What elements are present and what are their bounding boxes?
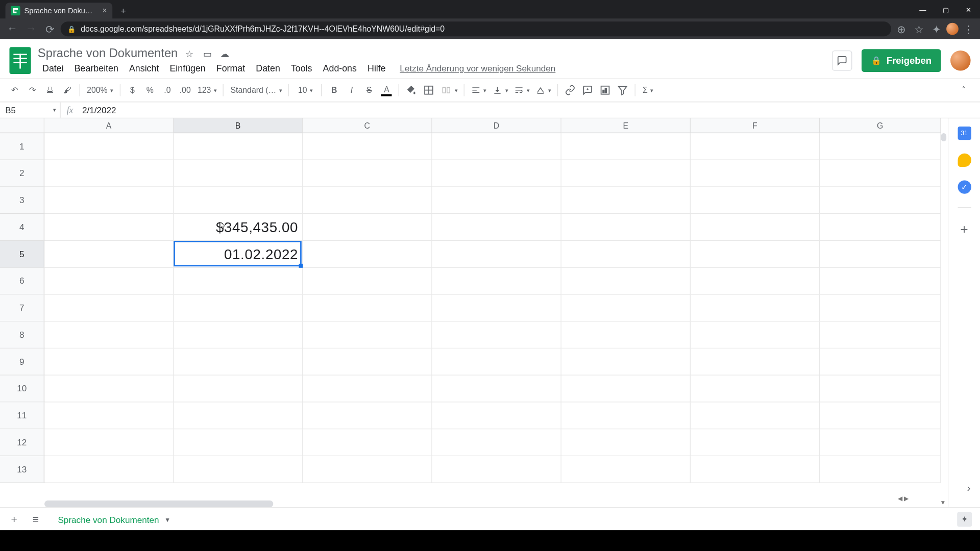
column-header-A[interactable]: A xyxy=(44,118,174,133)
borders-button[interactable] xyxy=(421,82,437,98)
italic-button[interactable]: I xyxy=(344,82,360,98)
keep-icon[interactable] xyxy=(958,154,971,167)
back-button[interactable]: ← xyxy=(4,21,20,37)
add-sheet-button[interactable]: + xyxy=(7,512,21,527)
row-header[interactable]: 7 xyxy=(0,295,44,322)
insert-chart-button[interactable] xyxy=(597,82,614,98)
menu-help[interactable]: Hilfe xyxy=(363,62,390,74)
new-tab-button[interactable]: + xyxy=(116,4,130,17)
name-box[interactable]: B5 xyxy=(0,102,61,117)
merge-cells-button[interactable] xyxy=(438,82,460,98)
window-close-button[interactable]: ✕ xyxy=(957,0,980,19)
column-header-D[interactable]: D xyxy=(432,118,561,133)
scroll-down-button[interactable]: ▼ xyxy=(938,498,947,507)
menu-addons[interactable]: Add-ons xyxy=(318,62,361,74)
add-addon-button[interactable]: + xyxy=(960,221,968,237)
row-header[interactable]: 4 xyxy=(0,214,44,241)
print-button[interactable]: 🖶 xyxy=(42,82,58,98)
increase-decimal-button[interactable]: .00 xyxy=(177,82,193,98)
browser-tab[interactable]: Sprache von Dokumenten - Goo… × xyxy=(6,3,113,19)
chrome-menu-icon[interactable]: ⋮ xyxy=(961,21,976,36)
last-edit-link[interactable]: Letzte Änderung vor wenigen Sekunden xyxy=(400,63,555,73)
column-header-B[interactable]: B xyxy=(174,118,303,133)
format-currency-button[interactable]: $ xyxy=(125,82,141,98)
row-header[interactable]: 1 xyxy=(0,133,44,160)
row-header[interactable]: 12 xyxy=(0,429,44,456)
column-header-C[interactable]: C xyxy=(303,118,432,133)
sheet-tab-menu-icon[interactable]: ▼ xyxy=(164,516,170,523)
decrease-decimal-button[interactable]: .0 xyxy=(159,82,176,98)
row-header[interactable]: 8 xyxy=(0,321,44,348)
star-icon[interactable]: ☆ xyxy=(184,48,195,59)
redo-button[interactable]: ↷ xyxy=(24,82,40,98)
sheet-tab[interactable]: Sprache von Dokumenten ▼ xyxy=(50,510,179,528)
forward-button[interactable]: → xyxy=(23,21,39,37)
bold-button[interactable]: B xyxy=(326,82,342,98)
share-button[interactable]: 🔒 Freigeben xyxy=(862,49,941,72)
row-header[interactable]: 10 xyxy=(0,375,44,403)
reload-button[interactable]: ⟳ xyxy=(42,21,58,37)
tasks-icon[interactable] xyxy=(958,180,971,193)
all-sheets-button[interactable]: ≡ xyxy=(28,512,43,527)
cell-B4[interactable]: $345,435.00 xyxy=(174,214,303,241)
comments-button[interactable] xyxy=(832,51,852,71)
horizontal-align-button[interactable] xyxy=(469,82,489,98)
explore-button[interactable]: ✦ xyxy=(957,512,972,527)
vertical-scrollbar[interactable] xyxy=(941,133,947,141)
paint-format-button[interactable]: 🖌 xyxy=(59,82,76,98)
text-wrap-button[interactable] xyxy=(512,82,532,98)
formula-input[interactable]: 2/1/2022 xyxy=(80,105,980,115)
number-format-dropdown[interactable]: 123 xyxy=(195,82,219,98)
font-size-dropdown[interactable]: 10 xyxy=(293,82,317,98)
menu-tools[interactable]: Tools xyxy=(286,62,317,74)
zoom-indicator-icon[interactable]: ⊕ xyxy=(894,21,909,36)
row-header[interactable]: 11 xyxy=(0,403,44,430)
spreadsheet-grid[interactable]: A B C D E F G 1 2 3 4$345,435.00 501.02.… xyxy=(0,118,948,507)
column-header-E[interactable]: E xyxy=(561,118,691,133)
share-page-icon[interactable]: ☆ xyxy=(912,21,926,36)
functions-button[interactable]: Σ xyxy=(640,82,656,98)
cloud-status-icon[interactable]: ☁ xyxy=(219,48,230,59)
filter-button[interactable] xyxy=(615,82,631,98)
move-icon[interactable]: ▭ xyxy=(202,48,213,59)
column-header-G[interactable]: G xyxy=(820,118,941,133)
address-bar[interactable]: 🔒 docs.google.com/spreadsheets/d/1jGRuXX… xyxy=(61,21,891,36)
window-maximize-button[interactable]: ▢ xyxy=(934,0,957,19)
select-all-corner[interactable] xyxy=(0,118,44,133)
window-minimize-button[interactable]: — xyxy=(912,0,935,19)
menu-edit[interactable]: Bearbeiten xyxy=(70,62,124,74)
insert-link-button[interactable] xyxy=(562,82,579,98)
zoom-dropdown[interactable]: 200% xyxy=(84,82,116,98)
fill-color-button[interactable] xyxy=(404,82,420,98)
menu-insert[interactable]: Einfügen xyxy=(165,62,210,74)
sheet-nav-arrows[interactable]: ◀▶ xyxy=(898,495,909,502)
account-avatar[interactable] xyxy=(950,51,971,71)
sheets-logo-icon[interactable] xyxy=(9,47,31,74)
tab-close-icon[interactable]: × xyxy=(102,6,107,15)
side-panel-toggle[interactable]: › xyxy=(967,482,971,494)
column-header-F[interactable]: F xyxy=(691,118,820,133)
collapse-toolbar-button[interactable]: ˄ xyxy=(956,82,972,98)
horizontal-scrollbar[interactable] xyxy=(44,500,273,507)
row-header[interactable]: 6 xyxy=(0,268,44,295)
cell-B5[interactable]: 01.02.2022 xyxy=(174,241,303,268)
strikethrough-button[interactable]: S xyxy=(361,82,377,98)
extensions-icon[interactable]: ✦ xyxy=(929,21,944,36)
text-rotation-button[interactable] xyxy=(533,82,554,98)
text-color-button[interactable]: A xyxy=(379,82,395,98)
menu-view[interactable]: Ansicht xyxy=(125,62,164,74)
undo-button[interactable]: ↶ xyxy=(7,82,23,98)
row-header[interactable]: 9 xyxy=(0,348,44,375)
row-header[interactable]: 13 xyxy=(0,456,44,483)
insert-comment-button[interactable] xyxy=(580,82,596,98)
chrome-profile-avatar[interactable] xyxy=(946,23,959,35)
row-header[interactable]: 2 xyxy=(0,160,44,187)
vertical-align-button[interactable] xyxy=(491,82,511,98)
row-header[interactable]: 5 xyxy=(0,241,44,268)
calendar-icon[interactable] xyxy=(958,127,971,140)
menu-file[interactable]: Datei xyxy=(38,62,68,74)
document-title[interactable]: Sprache von Dokumenten xyxy=(38,46,178,61)
menu-data[interactable]: Daten xyxy=(251,62,285,74)
format-percent-button[interactable]: % xyxy=(142,82,158,98)
menu-format[interactable]: Format xyxy=(212,62,250,74)
